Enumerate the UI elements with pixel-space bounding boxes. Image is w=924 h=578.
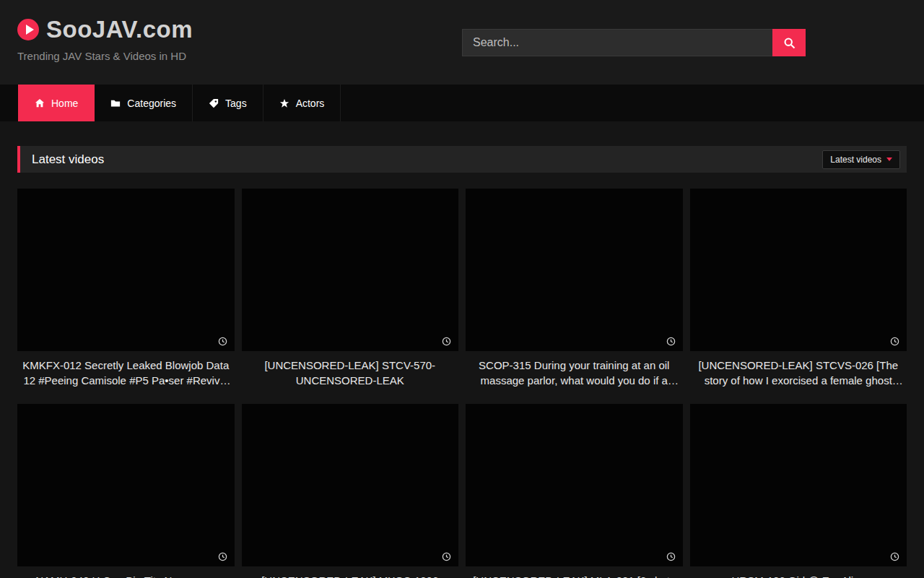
video-card[interactable]: [UNCENSORED-LEAK] MLA-231 [3 shots in	[466, 404, 683, 578]
play-logo-icon	[17, 19, 39, 40]
video-card[interactable]: KMKFX-012 Secretly Leaked Blowjob Data 1…	[17, 189, 235, 388]
video-thumbnail[interactable]	[17, 404, 235, 566]
video-title[interactable]: [UNCENSORED-LEAK] STCV-570-UNCENSORED-LE…	[242, 358, 459, 388]
site-header: SooJAV.com Trending JAV Stars & Videos i…	[0, 0, 924, 85]
nav-item-label: Categories	[127, 98, 176, 109]
sort-dropdown-label: Latest videos	[830, 155, 881, 165]
video-title[interactable]: [UNCENSORED-LEAK] MXGS-1306 Absolutely	[242, 573, 459, 578]
video-card[interactable]: [UNCENSORED-LEAK] STCVS-026 [The story o…	[690, 189, 907, 388]
nav-item-tags[interactable]: Tags	[193, 85, 263, 121]
duration-clock-icon	[666, 337, 676, 346]
nav-item-actors[interactable]: Actors	[263, 85, 341, 121]
video-card[interactable]: [UNCENSORED-LEAK] STCV-570-UNCENSORED-LE…	[242, 189, 459, 388]
nav-item-label: Tags	[225, 98, 247, 109]
tag-icon	[209, 98, 219, 108]
site-logo-text: SooJAV.com	[46, 16, 193, 43]
caret-down-icon	[886, 158, 892, 161]
search-bar	[462, 29, 806, 56]
folder-icon	[110, 98, 121, 108]
duration-clock-icon	[442, 337, 451, 346]
section-title: Latest videos	[32, 152, 104, 167]
nav-item-categories[interactable]: Categories	[95, 85, 193, 121]
search-input[interactable]	[462, 29, 772, 56]
video-thumbnail[interactable]	[690, 189, 907, 351]
site-logo[interactable]: SooJAV.com Trending JAV Stars & Videos i…	[17, 16, 193, 62]
video-thumbnail[interactable]	[242, 404, 459, 566]
video-card[interactable]: SCOP-315 During your training at an oil …	[466, 189, 683, 388]
main-nav: Home Categories Tags Actors	[0, 85, 924, 121]
duration-clock-icon	[890, 337, 899, 346]
video-title[interactable]: HRSM-186 Girl @ Era Alice	[690, 573, 907, 578]
video-grid: KMKFX-012 Secretly Leaked Blowjob Data 1…	[17, 189, 907, 578]
video-title[interactable]: KMKFX-012 Secretly Leaked Blowjob Data 1…	[17, 358, 235, 388]
video-card[interactable]: NAMH-042 H Cup Big Tits Newcomer (170cm …	[17, 404, 235, 578]
video-thumbnail[interactable]	[466, 189, 683, 351]
video-thumbnail[interactable]	[466, 404, 683, 566]
video-title[interactable]: [UNCENSORED-LEAK] MLA-231 [3 shots in	[466, 573, 683, 578]
nav-item-label: Actors	[296, 98, 325, 109]
video-thumbnail[interactable]	[242, 189, 459, 351]
video-title[interactable]: SCOP-315 During your training at an oil …	[466, 358, 683, 388]
site-tagline: Trending JAV Stars & Videos in HD	[17, 50, 193, 62]
video-title[interactable]: NAMH-042 H Cup Big Tits Newcomer (170cm …	[17, 573, 235, 578]
duration-clock-icon	[890, 552, 899, 561]
nav-item-label: Home	[51, 98, 78, 109]
main-content: Latest videos Latest videos KMKFX-012 Se…	[0, 146, 924, 578]
star-icon	[279, 98, 289, 108]
search-icon	[783, 37, 796, 49]
video-card[interactable]: [UNCENSORED-LEAK] MXGS-1306 Absolutely	[242, 404, 459, 578]
video-title[interactable]: [UNCENSORED-LEAK] STCVS-026 [The story o…	[690, 358, 907, 388]
sort-dropdown-button[interactable]: Latest videos	[822, 150, 900, 169]
duration-clock-icon	[218, 337, 227, 346]
home-icon	[35, 98, 45, 108]
video-thumbnail[interactable]	[690, 404, 907, 566]
nav-item-home[interactable]: Home	[18, 85, 95, 121]
duration-clock-icon	[666, 552, 676, 561]
section-header: Latest videos Latest videos	[17, 146, 907, 173]
video-thumbnail[interactable]	[17, 189, 235, 351]
search-button[interactable]	[772, 29, 806, 56]
duration-clock-icon	[218, 552, 227, 561]
video-card[interactable]: HRSM-186 Girl @ Era Alice	[690, 404, 907, 578]
duration-clock-icon	[442, 552, 451, 561]
